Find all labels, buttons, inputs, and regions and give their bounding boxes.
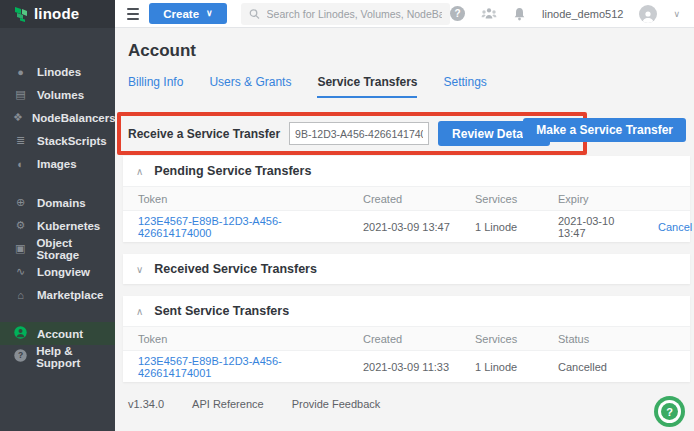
create-button[interactable]: Create ∨ bbox=[149, 3, 226, 24]
longview-pulse-icon: ∿ bbox=[13, 265, 28, 278]
sidebar-item-kubernetes[interactable]: ⚙ Kubernetes bbox=[0, 214, 115, 237]
sidebar-item-label: Marketplace bbox=[37, 289, 103, 301]
sidebar-item-label: Longview bbox=[37, 266, 90, 278]
tab-settings[interactable]: Settings bbox=[443, 75, 486, 98]
column-header-token[interactable]: Token bbox=[123, 333, 348, 345]
sidebar-item-longview[interactable]: ∿ Longview bbox=[0, 260, 115, 283]
pending-table-header: Token Created Services Expiry bbox=[123, 186, 690, 211]
footer: v1.34.0 API Reference Provide Feedback bbox=[128, 398, 694, 410]
linode-logo[interactable]: linode bbox=[0, 0, 115, 28]
marketplace-icon: ⌂ bbox=[13, 289, 28, 301]
notification-bell-icon[interactable] bbox=[513, 7, 526, 21]
logo-text: linode bbox=[34, 5, 79, 22]
stackscripts-icon: ≣ bbox=[13, 134, 28, 147]
sidebar-group-gap bbox=[0, 306, 115, 322]
column-header-services[interactable]: Services bbox=[460, 333, 543, 345]
sidebar-item-linodes[interactable]: ● Linodes bbox=[0, 60, 115, 83]
sidebar-item-label: Object Storage bbox=[36, 237, 115, 261]
make-service-transfer-button[interactable]: Make a Service Transfer bbox=[523, 118, 686, 142]
tab-billing-info[interactable]: Billing Info bbox=[128, 75, 183, 98]
tab-service-transfers[interactable]: Service Transfers bbox=[317, 75, 417, 98]
menu-hamburger-icon[interactable] bbox=[127, 5, 139, 23]
sidebar-item-account[interactable]: Account bbox=[0, 322, 115, 345]
sidebar-item-stackscripts[interactable]: ≣ StackScripts bbox=[0, 129, 115, 152]
search-input[interactable] bbox=[267, 8, 442, 20]
svg-text:?: ? bbox=[17, 350, 22, 360]
services-cell: 1 Linode bbox=[460, 221, 543, 233]
sent-transfers-card: ∧ Sent Service Transfers Token Created S… bbox=[123, 296, 690, 382]
account-person-icon bbox=[13, 326, 28, 341]
cancel-button[interactable]: Cancel bbox=[658, 221, 692, 233]
token-link[interactable]: 123E4567-E89B-12D3-A456-426614174001 bbox=[138, 355, 282, 379]
main-content: Account Billing Info Users & Grants Serv… bbox=[115, 28, 694, 431]
section-title: Received Service Transfers bbox=[154, 262, 317, 276]
chat-bubble-icon: ? bbox=[658, 400, 681, 423]
sidebar-item-label: NodeBalancers bbox=[32, 112, 116, 124]
sidebar-item-object-storage[interactable]: ▣ Object Storage bbox=[0, 237, 115, 260]
top-bar: linode Create ∨ ? linode_demo512 bbox=[0, 0, 694, 28]
sidebar-item-marketplace[interactable]: ⌂ Marketplace bbox=[0, 283, 115, 306]
transfer-token-input[interactable] bbox=[289, 122, 429, 145]
received-transfers-card: ∨ Received Service Transfers bbox=[123, 254, 690, 284]
sidebar-group-gap bbox=[0, 175, 115, 191]
domains-globe-icon: ⊕ bbox=[13, 196, 28, 209]
nodebalancers-icon: ❖ bbox=[13, 111, 23, 124]
table-row: 123E4567-E89B-12D3-A456-426614174001 202… bbox=[123, 351, 690, 382]
pending-transfers-header[interactable]: ∧ Pending Service Transfers bbox=[123, 156, 690, 186]
avatar-person-icon bbox=[641, 9, 655, 23]
token-link[interactable]: 123E4567-E89B-12D3-A456-426614174000 bbox=[138, 215, 282, 239]
sidebar-item-label: Volumes bbox=[37, 89, 84, 101]
column-header-created[interactable]: Created bbox=[348, 333, 460, 345]
tab-users-grants[interactable]: Users & Grants bbox=[209, 75, 291, 98]
sidebar-item-volumes[interactable]: ▤ Volumes bbox=[0, 83, 115, 106]
status-cell: Cancelled bbox=[543, 361, 690, 373]
collapse-chevron-up-icon: ∧ bbox=[136, 306, 143, 317]
section-title: Sent Service Transfers bbox=[154, 304, 289, 318]
sidebar-nav: ● Linodes ▤ Volumes ❖ NodeBalancers ≣ St… bbox=[0, 28, 115, 431]
pending-transfers-card: ∧ Pending Service Transfers Token Create… bbox=[123, 156, 690, 242]
services-cell: 1 Linode bbox=[460, 361, 543, 373]
sidebar-item-domains[interactable]: ⊕ Domains bbox=[0, 191, 115, 214]
sent-transfers-header[interactable]: ∧ Sent Service Transfers bbox=[123, 296, 690, 326]
section-title: Pending Service Transfers bbox=[154, 164, 311, 178]
sidebar-item-label: StackScripts bbox=[37, 135, 107, 147]
kubernetes-icon: ⚙ bbox=[13, 219, 28, 232]
sent-table-header: Token Created Services Status bbox=[123, 326, 690, 351]
provide-feedback-link[interactable]: Provide Feedback bbox=[292, 398, 381, 410]
column-header-services[interactable]: Services bbox=[460, 193, 543, 205]
api-reference-link[interactable]: API Reference bbox=[192, 398, 264, 410]
column-header-token[interactable]: Token bbox=[123, 193, 348, 205]
column-header-expiry[interactable]: Expiry bbox=[543, 193, 643, 205]
linode-logo-icon bbox=[14, 6, 29, 22]
create-button-label: Create bbox=[163, 8, 199, 20]
help-circle-icon: ? bbox=[13, 349, 27, 364]
created-cell: 2021-03-09 13:47 bbox=[348, 221, 460, 233]
avatar[interactable] bbox=[639, 5, 657, 23]
username[interactable]: linode_demo512 bbox=[542, 8, 623, 20]
transfer-action-row: Receive a Service Transfer Review Detail… bbox=[115, 104, 694, 156]
sidebar-item-label: Kubernetes bbox=[37, 220, 100, 232]
help-chat-button[interactable]: ? bbox=[654, 396, 685, 427]
linode-cube-icon: ● bbox=[13, 66, 28, 78]
search-bar[interactable] bbox=[241, 3, 450, 25]
object-storage-bucket-icon: ▣ bbox=[13, 242, 27, 255]
table-row: 123E4567-E89B-12D3-A456-426614174000 202… bbox=[123, 211, 690, 242]
user-menu-chevron-icon[interactable]: ∨ bbox=[673, 9, 680, 19]
page-title: Account bbox=[128, 41, 694, 61]
sidebar-item-nodebalancers[interactable]: ❖ NodeBalancers bbox=[0, 106, 115, 129]
created-cell: 2021-03-09 11:33 bbox=[348, 361, 460, 373]
column-header-created[interactable]: Created bbox=[348, 193, 460, 205]
received-transfers-header[interactable]: ∨ Received Service Transfers bbox=[123, 254, 690, 284]
sidebar-item-label: Linodes bbox=[37, 66, 81, 78]
help-icon[interactable]: ? bbox=[450, 6, 465, 21]
column-header-status[interactable]: Status bbox=[543, 333, 690, 345]
sidebar-item-help-support[interactable]: ? Help & Support bbox=[0, 345, 115, 368]
tab-bar: Billing Info Users & Grants Service Tran… bbox=[128, 75, 694, 98]
sidebar-item-images[interactable]: ◐ Images bbox=[0, 152, 115, 175]
community-icon[interactable] bbox=[481, 7, 497, 20]
expiry-cell: 2021-03-10 13:47 bbox=[543, 215, 643, 239]
sidebar-item-label: Account bbox=[37, 328, 83, 340]
sidebar-item-label: Images bbox=[37, 158, 77, 170]
search-icon bbox=[249, 8, 260, 20]
sidebar-item-label: Help & Support bbox=[36, 345, 115, 369]
